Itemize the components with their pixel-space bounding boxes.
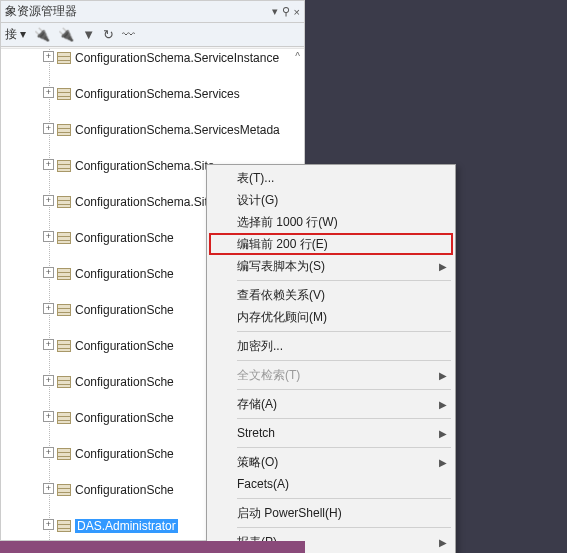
table-icon: [57, 124, 71, 136]
status-strip: [0, 541, 305, 553]
table-icon: [57, 88, 71, 100]
submenu-arrow-icon: ▶: [439, 457, 447, 468]
tree-item-label: ConfigurationSche: [75, 375, 174, 389]
tree-item-label: ConfigurationSche: [75, 339, 174, 353]
refresh-icon[interactable]: ↻: [103, 27, 114, 42]
submenu-arrow-icon: ▶: [439, 399, 447, 410]
menu-item-label: 加密列...: [237, 338, 283, 355]
menu-item: 全文检索(T)▶: [209, 364, 453, 386]
expander-icon[interactable]: +: [43, 483, 54, 494]
menu-item[interactable]: 存储(A)▶: [209, 393, 453, 415]
tree-item-label: ConfigurationSchema.Site: [75, 159, 214, 173]
menu-item-label: 查看依赖关系(V): [237, 287, 325, 304]
menu-item[interactable]: 策略(O)▶: [209, 451, 453, 473]
table-icon: [57, 196, 71, 208]
menu-item-label: 编辑前 200 行(E): [237, 236, 328, 253]
expander-icon[interactable]: +: [43, 303, 54, 314]
menu-item[interactable]: Facets(A): [209, 473, 453, 495]
menu-item[interactable]: 编写表脚本为(S)▶: [209, 255, 453, 277]
expander-icon[interactable]: +: [43, 87, 54, 98]
menu-item[interactable]: 查看依赖关系(V): [209, 284, 453, 306]
expander-icon[interactable]: +: [43, 195, 54, 206]
expander-icon[interactable]: +: [43, 375, 54, 386]
menu-item-label: Facets(A): [237, 477, 289, 491]
menu-separator: [237, 527, 451, 528]
plug-icon[interactable]: 🔌: [34, 27, 50, 42]
menu-item-label: 表(T)...: [237, 170, 274, 187]
menu-item-label: 存储(A): [237, 396, 277, 413]
connect-button[interactable]: 接 ▾: [5, 26, 26, 43]
expander-icon[interactable]: +: [43, 447, 54, 458]
menu-item-label: 编写表脚本为(S): [237, 258, 325, 275]
tree-item-label: ConfigurationSche: [75, 447, 174, 461]
table-icon: [57, 52, 71, 64]
menu-item-label: 选择前 1000 行(W): [237, 214, 338, 231]
menu-item-label: 全文检索(T): [237, 367, 300, 384]
table-icon: [57, 232, 71, 244]
menu-item[interactable]: 设计(G): [209, 189, 453, 211]
activity-icon[interactable]: 〰: [122, 27, 135, 42]
menu-item[interactable]: 内存优化顾问(M): [209, 306, 453, 328]
menu-item[interactable]: Stretch▶: [209, 422, 453, 444]
menu-item[interactable]: 选择前 1000 行(W): [209, 211, 453, 233]
menu-separator: [237, 360, 451, 361]
tree-item[interactable]: +ConfigurationSchema.ServicesMetada: [1, 121, 304, 139]
table-icon: [57, 304, 71, 316]
menu-item-label: 策略(O): [237, 454, 278, 471]
expander-icon[interactable]: +: [43, 519, 54, 530]
menu-separator: [237, 331, 451, 332]
close-icon[interactable]: ×: [294, 6, 300, 18]
expander-icon[interactable]: +: [43, 267, 54, 278]
submenu-arrow-icon: ▶: [439, 261, 447, 272]
context-menu[interactable]: 表(T)...设计(G)选择前 1000 行(W)编辑前 200 行(E)编写表…: [206, 164, 456, 553]
tree-item-label: ConfigurationSche: [75, 303, 174, 317]
filter-icon[interactable]: ▼: [82, 27, 95, 42]
menu-item[interactable]: 表(T)...: [209, 167, 453, 189]
expander-icon[interactable]: +: [43, 159, 54, 170]
table-icon: [57, 340, 71, 352]
plug-icon-2[interactable]: 🔌: [58, 27, 74, 42]
table-icon: [57, 412, 71, 424]
menu-item-label: 设计(G): [237, 192, 278, 209]
table-icon: [57, 268, 71, 280]
menu-item-label: Stretch: [237, 426, 275, 440]
table-icon: [57, 376, 71, 388]
table-icon: [57, 484, 71, 496]
expander-icon[interactable]: +: [43, 411, 54, 422]
menu-separator: [237, 389, 451, 390]
tree-item-label: ConfigurationSche: [75, 483, 174, 497]
tree-item-label: ConfigurationSchema.Services: [75, 87, 240, 101]
menu-separator: [237, 447, 451, 448]
table-icon: [57, 448, 71, 460]
panel-titlebar: 象资源管理器 ▾ ⚲ ×: [1, 1, 304, 23]
tree-item-label: ConfigurationSche: [75, 231, 174, 245]
expander-icon[interactable]: +: [43, 123, 54, 134]
tree-item[interactable]: +ConfigurationSchema.ServiceInstance: [1, 49, 304, 67]
menu-item-label: 启动 PowerShell(H): [237, 505, 342, 522]
menu-separator: [237, 418, 451, 419]
tree-item-label: ConfigurationSchema.ServiceInstance: [75, 51, 279, 65]
panel-toolbar: 接 ▾ 🔌 🔌 ▼ ↻ 〰: [1, 23, 304, 47]
expander-icon[interactable]: +: [43, 231, 54, 242]
submenu-arrow-icon: ▶: [439, 428, 447, 439]
menu-separator: [237, 280, 451, 281]
table-icon: [57, 160, 71, 172]
panel-title: 象资源管理器: [5, 3, 268, 20]
tree-item-label: DAS.Administrator: [75, 519, 178, 533]
menu-item[interactable]: 启动 PowerShell(H): [209, 502, 453, 524]
tree-item[interactable]: +ConfigurationSchema.Services: [1, 85, 304, 103]
submenu-arrow-icon: ▶: [439, 537, 447, 548]
menu-item[interactable]: 编辑前 200 行(E): [209, 233, 453, 255]
pin-icon[interactable]: ⚲: [282, 5, 290, 18]
tree-item-label: ConfigurationSche: [75, 411, 174, 425]
table-icon: [57, 520, 71, 532]
dropdown-icon[interactable]: ▾: [272, 5, 278, 18]
menu-separator: [237, 498, 451, 499]
tree-item-label: ConfigurationSchema.ServicesMetada: [75, 123, 280, 137]
expander-icon[interactable]: +: [43, 339, 54, 350]
menu-item-label: 内存优化顾问(M): [237, 309, 327, 326]
menu-item[interactable]: 加密列...: [209, 335, 453, 357]
tree-item-label: ConfigurationSche: [75, 267, 174, 281]
expander-icon[interactable]: +: [43, 51, 54, 62]
submenu-arrow-icon: ▶: [439, 370, 447, 381]
